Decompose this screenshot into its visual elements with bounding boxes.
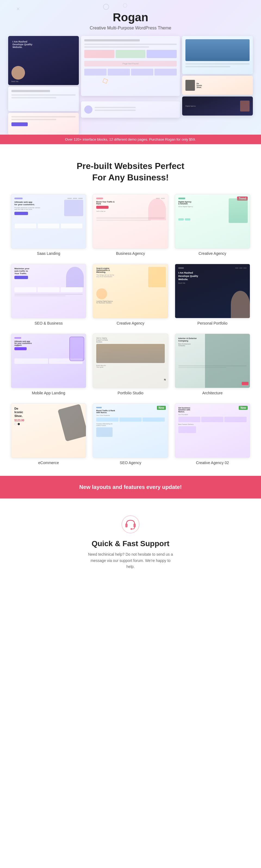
- mock-btn-1: [11, 122, 28, 126]
- mock-ec-opt-2: [18, 423, 20, 425]
- demo-label-portfolio: Personal Portfolio: [197, 321, 228, 326]
- mock-saas-ill-box: [64, 200, 83, 216]
- mock-ps-img: [96, 344, 164, 363]
- mock-seo-card-1: [14, 287, 36, 292]
- mock-seo-cards: [14, 287, 83, 292]
- mock-feat-1: [14, 223, 36, 229]
- hero-title: Rogan: [5, 11, 256, 24]
- mock-seoa-marketing: Greaters Marketing foronline Future.: [96, 423, 164, 426]
- mock-saas-btn: [14, 212, 28, 215]
- demo-label-creative2: Creative Agency: [117, 321, 144, 326]
- mock-nav-1: [67, 198, 72, 199]
- mock-bottom-grid: [84, 69, 177, 75]
- mock-cr2-avatar: [96, 288, 107, 299]
- demo-mobile-app[interactable]: Ultimate web appfor your customerssuppor…: [11, 334, 86, 395]
- mock-cr02-footer: Best Fastest Delivery: [178, 424, 247, 425]
- mock-bus-person-fill: [148, 198, 166, 220]
- demo-saas-landing[interactable]: Ultimate web appfor your customers. Prov…: [11, 194, 86, 256]
- mock-cr1-img-fill: [229, 198, 248, 223]
- mock-port-title: I Am RashedDevelope QualityWebsite.: [178, 272, 247, 281]
- hero-col-left: I Am RashedDevelope QualityWebsite. bout…: [8, 36, 79, 135]
- mock-cr2-img: [148, 267, 166, 287]
- demo-thumb-portfolio-studio: We're HighlyExpert & IdeaBuilder. Build …: [93, 334, 168, 388]
- mock-seoa-f3: [143, 417, 165, 422]
- mock-ps-desc: Build Idea forYour goal.: [96, 365, 164, 368]
- demo-label-arch: Architecture: [202, 391, 223, 395]
- hero-col-right: DeIconicShoe. Digital Agency: [182, 36, 253, 116]
- demo-thumb-portfolio: I Am RashedDevelope QualityWebsite. bout…: [175, 264, 250, 318]
- hero-screenshot-center: Page Not Found: [81, 36, 180, 96]
- mock-bottom-4: [154, 69, 177, 75]
- support-icon-wrap: [121, 515, 140, 534]
- demo-thumb-seo: Maximize yourweb traffic toYour Traffic.: [11, 264, 86, 318]
- mock-port-logo: [178, 267, 184, 269]
- demo-thumb-arch: Interior & ExteriorCompany. Best Archite…: [175, 334, 250, 388]
- mock-cr02-img: [178, 426, 196, 433]
- mock-ec-shoe-img: [62, 406, 84, 439]
- mock-seoa-nav: [96, 407, 164, 408]
- mock-line-4: [11, 119, 56, 120]
- mock-card-1: [84, 50, 114, 58]
- mock-port-about: bout me.: [178, 282, 247, 284]
- hero-screenshot-3: [8, 113, 79, 135]
- mock-bus-line-2: [96, 220, 151, 221]
- mock-line-5: [95, 107, 136, 108]
- mock-feat-2: [38, 223, 60, 229]
- mock-person-img: [240, 100, 250, 112]
- mock-seo-person: [66, 267, 84, 287]
- demo-thumb-creative1: Trend Digital Agency& Solution Grow Digi…: [175, 194, 250, 249]
- mock-cr02-provided: Our Provided: [178, 414, 247, 415]
- mock-ps-title: We're HighlyExpert & IdeaBuilder.: [96, 337, 164, 343]
- demo-business-agency[interactable]: Boost Your Traffic &Rank Let's chat us B…: [93, 194, 168, 256]
- demo-ecommerce[interactable]: DeIconicShoe. $123.00 eCommerce: [11, 403, 86, 465]
- demo-seo-agency[interactable]: New Boost Traffic & Rankwith Nunco. Our …: [93, 403, 168, 465]
- mock-cr2-name: Landing Digital Agencyfor Business Solut…: [96, 300, 164, 304]
- mock-center-grid: [84, 50, 177, 58]
- mock-avatar: [11, 66, 25, 80]
- hero-subtitle: Creative Multi-Purpose WordPress Theme: [5, 26, 256, 31]
- mock-arch-badge: [242, 382, 249, 385]
- new-layouts-text: New layouts and features every update!: [11, 484, 250, 490]
- demo-creative-02[interactable]: New Get businessSolution withNunco. Our …: [175, 403, 250, 465]
- demo-seo-business[interactable]: Maximize yourweb traffic toYour Traffic.: [11, 264, 86, 326]
- promo-text: Over 120+ interface blocks, 12 different…: [65, 137, 196, 142]
- mock-cr02-s2: [201, 417, 223, 422]
- mock-cr2-person-section: Landing Digital Agencyfor Business Solut…: [96, 288, 164, 304]
- mock-bus-person: [148, 198, 166, 220]
- mock-card-2: [116, 50, 146, 58]
- mock-bottom-3: [131, 69, 153, 75]
- svg-point-0: [122, 516, 139, 533]
- demo-creative-agency-1[interactable]: Trend Digital Agency& Solution Grow Digi…: [175, 194, 250, 256]
- mock-center-line-1: [84, 43, 177, 45]
- demo-creative-agency-2[interactable]: Search engineOptimization &Marketing. Th…: [93, 264, 168, 326]
- mock-bus-btn: [96, 206, 109, 209]
- mock-nav-items: [67, 198, 83, 199]
- hero-col-center: Page Not Found: [81, 36, 180, 118]
- demo-label-creative-02: Creative Agency 02: [196, 461, 229, 465]
- demo-architecture[interactable]: Interior & ExteriorCompany. Best Archite…: [175, 334, 250, 395]
- mock-404: Page Not Found: [84, 61, 177, 66]
- mock-ps-n: N: [164, 378, 166, 381]
- support-title: Quick & Fast Support: [11, 539, 250, 548]
- demo-label-seo: SEO & Business: [35, 321, 63, 326]
- mock-404-text: Page Not Found: [86, 62, 175, 65]
- mock-de-iconic: DeIconicShoe.: [196, 83, 250, 88]
- demo-personal-portfolio[interactable]: I Am RashedDevelope QualityWebsite. bout…: [175, 264, 250, 326]
- demo-label-creative1: Creative Agency: [198, 251, 226, 256]
- support-section: Quick & Fast Support Need techinical hel…: [0, 498, 261, 586]
- demo-portfolio-studio[interactable]: We're HighlyExpert & IdeaBuilder. Build …: [93, 334, 168, 395]
- mock-logo: [14, 197, 23, 199]
- mock-line-1: [11, 94, 76, 96]
- svg-rect-1: [125, 524, 127, 527]
- mock-line-3: [11, 116, 76, 118]
- mock-card-3: [147, 50, 177, 58]
- mock-right-line-1: [185, 63, 250, 65]
- mock-center-line-2: [84, 46, 149, 48]
- hero-screenshot-center-2: [81, 101, 180, 118]
- mock-cr02-title: Get businessSolution withNunco.: [178, 407, 247, 413]
- demo-thumb-creative-02: New Get businessSolution withNunco. Our …: [175, 403, 250, 458]
- mock-ec-shoe: [58, 404, 86, 441]
- mock-nature-fill: [185, 39, 250, 61]
- demo-thumb-seo-agency: New Boost Traffic & Rankwith Nunco. Our …: [93, 403, 168, 458]
- demo-thumb-business: Boost Your Traffic &Rank Let's chat us: [93, 194, 168, 249]
